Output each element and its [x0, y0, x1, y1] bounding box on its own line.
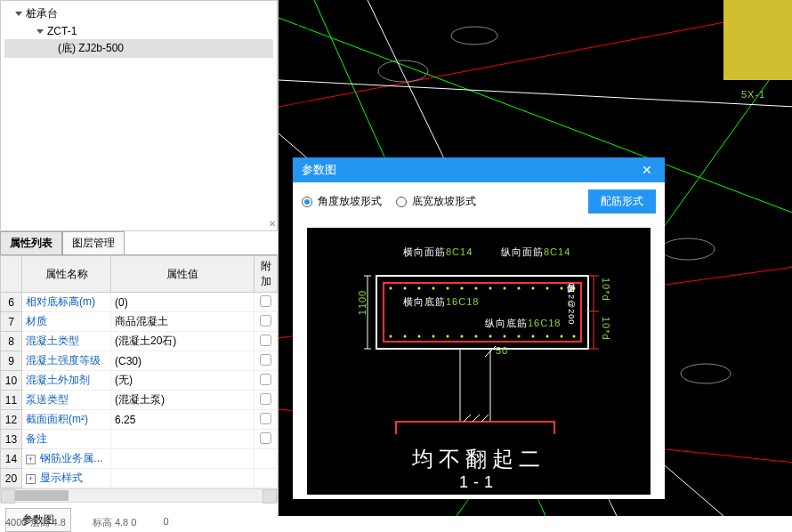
- table-row[interactable]: 8混凝土类型(混凝土20石): [1, 332, 278, 351]
- prop-attach[interactable]: [255, 430, 278, 449]
- svg-point-28: [561, 287, 563, 290]
- label-side: 侧面 C12@200: [565, 278, 577, 325]
- table-row[interactable]: 20+ 显示样式: [1, 469, 278, 488]
- dialog-titlebar[interactable]: 参数图 ✕: [293, 157, 665, 182]
- checkbox[interactable]: [260, 413, 271, 424]
- svg-point-25: [518, 287, 521, 290]
- table-row[interactable]: 10混凝土外加剂(无): [1, 371, 278, 391]
- col-name: 属性名称: [22, 256, 111, 293]
- table-row[interactable]: 6相对底标高(m)(0): [1, 293, 278, 312]
- property-table: 属性名称 属性值 附加 6相对底标高(m)(0)7材质商品混凝土8混凝土类型(混…: [0, 255, 278, 488]
- svg-point-43: [573, 335, 576, 338]
- grid-label: 3-7: [295, 23, 311, 34]
- prop-attach[interactable]: [255, 312, 278, 332]
- prop-attach[interactable]: [255, 410, 278, 430]
- prop-attach[interactable]: [255, 332, 278, 351]
- status-text: 标高 4.8 0: [93, 516, 137, 532]
- label-h-top: 横向面筋8C14: [403, 246, 473, 259]
- label-z-top: 纵向面筋8C14: [501, 246, 570, 259]
- prop-value[interactable]: (混凝土泵): [111, 391, 255, 410]
- table-row[interactable]: 9混凝土强度等级(C30): [1, 351, 278, 371]
- svg-point-30: [390, 335, 392, 338]
- checkbox[interactable]: [260, 354, 271, 366]
- prop-value[interactable]: [111, 430, 255, 449]
- panel-close-icon[interactable]: ✕: [269, 219, 276, 229]
- close-icon[interactable]: ✕: [638, 163, 656, 177]
- tab-layer-mgmt[interactable]: 图层管理: [62, 231, 125, 254]
- prop-name: 混凝土外加剂: [22, 371, 111, 391]
- prop-attach[interactable]: [255, 391, 278, 410]
- svg-point-39: [518, 335, 521, 338]
- prop-attach[interactable]: [255, 351, 278, 371]
- checkbox[interactable]: [260, 335, 271, 346]
- tree-node-l1[interactable]: 桩承台: [4, 4, 273, 23]
- tab-property-list[interactable]: 属性列表: [0, 231, 62, 254]
- status-text: 0: [163, 516, 168, 532]
- horizontal-scrollbar[interactable]: [0, 488, 278, 503]
- checkbox[interactable]: [260, 315, 271, 326]
- tree-node-l2[interactable]: ZCT-1: [4, 23, 273, 39]
- prop-name: 材质: [22, 312, 111, 332]
- svg-point-17: [404, 287, 407, 290]
- prop-attach[interactable]: [255, 469, 278, 488]
- expand-icon[interactable]: +: [26, 474, 36, 484]
- prop-value[interactable]: [111, 469, 255, 488]
- caret-down-icon: [36, 29, 44, 34]
- tree-node-l3-selected[interactable]: (底) ZJ2b-500: [4, 39, 273, 58]
- table-row[interactable]: 7材质商品混凝土: [1, 312, 278, 332]
- table-row[interactable]: 11泵送类型(混凝土泵): [1, 391, 278, 410]
- component-tree[interactable]: 桩承台 ZCT-1 (底) ZJ2b-500: [0, 0, 278, 231]
- rebar-diagram: 横向面筋8C14 纵向面筋8C14 横向底筋16C18 纵向底筋16C18 11…: [307, 228, 651, 495]
- prop-value[interactable]: (0): [111, 293, 255, 312]
- dim-right1: 10*d: [601, 278, 611, 302]
- prop-value[interactable]: 商品混凝土: [111, 312, 255, 332]
- checkbox[interactable]: [260, 393, 271, 405]
- svg-point-10: [451, 27, 497, 44]
- prop-attach[interactable]: [255, 371, 278, 391]
- radio-label: 角度放坡形式: [318, 194, 382, 209]
- svg-point-41: [546, 335, 549, 338]
- rebar-form-button[interactable]: 配筋形式: [588, 189, 656, 214]
- table-row[interactable]: 14+ 钢筋业务属...: [1, 449, 278, 469]
- prop-value[interactable]: (混凝土20石): [111, 332, 255, 351]
- radio-angle-slope[interactable]: [302, 197, 312, 207]
- radio-label: 底宽放坡形式: [412, 194, 476, 209]
- dialog-title: 参数图: [302, 162, 336, 178]
- prop-attach[interactable]: [255, 293, 278, 312]
- label-h-bot: 横向底筋16C18: [403, 295, 479, 309]
- row-number: 13: [1, 430, 22, 449]
- svg-point-16: [390, 287, 392, 290]
- prop-name: 混凝土强度等级: [22, 351, 111, 371]
- svg-point-32: [418, 335, 421, 338]
- svg-rect-15: [384, 283, 581, 342]
- prop-value[interactable]: 6.25: [111, 410, 255, 430]
- prop-attach[interactable]: [255, 449, 278, 469]
- status-text: 4000 层高 4.8: [5, 516, 66, 532]
- svg-point-38: [504, 335, 506, 338]
- dim-right2: 10*d: [601, 317, 611, 341]
- svg-point-35: [461, 335, 464, 338]
- table-row[interactable]: 13备注: [1, 430, 278, 449]
- expand-icon[interactable]: +: [26, 455, 36, 464]
- prop-name: 泵送类型: [22, 391, 111, 410]
- prop-value[interactable]: [111, 449, 255, 469]
- row-number: 12: [1, 410, 22, 430]
- prop-name: 混凝土类型: [22, 332, 111, 351]
- svg-point-40: [532, 335, 535, 338]
- radio-width-slope[interactable]: [396, 197, 407, 207]
- table-row[interactable]: 12截面面积(m²)6.25: [1, 410, 278, 430]
- svg-point-24: [504, 287, 506, 290]
- checkbox[interactable]: [260, 295, 271, 307]
- prop-value[interactable]: (无): [111, 371, 255, 391]
- row-number: 9: [1, 351, 22, 371]
- checkbox[interactable]: [260, 374, 271, 385]
- svg-point-36: [475, 335, 478, 338]
- prop-value[interactable]: (C30): [111, 351, 255, 371]
- col-rownum: [1, 256, 22, 293]
- svg-point-37: [489, 335, 492, 338]
- svg-line-53: [473, 415, 480, 422]
- checkbox[interactable]: [260, 432, 271, 444]
- svg-point-31: [404, 335, 407, 338]
- svg-point-26: [532, 287, 535, 290]
- svg-line-54: [481, 415, 489, 422]
